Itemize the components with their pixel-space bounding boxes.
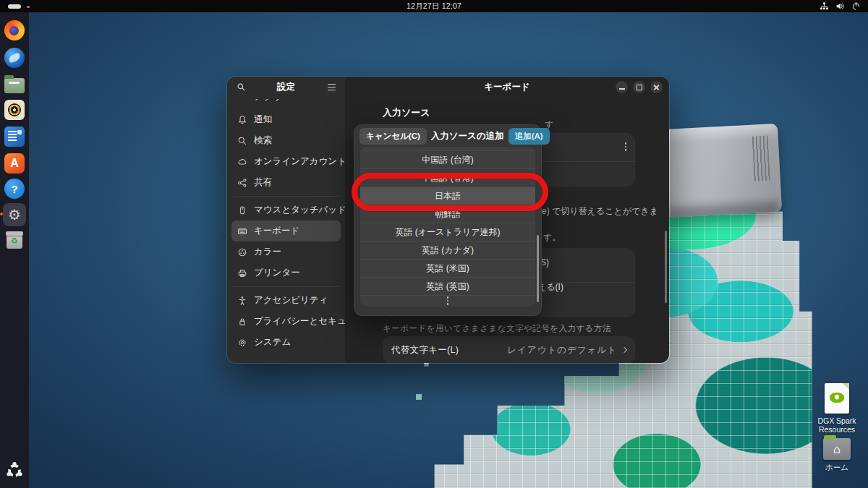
dock: ⚙ bbox=[0, 12, 29, 488]
home-folder-icon bbox=[823, 438, 851, 460]
input-sources-heading: 入力ソース bbox=[383, 106, 430, 119]
files-icon bbox=[4, 78, 25, 93]
nvidia-document-icon bbox=[825, 383, 849, 414]
hamburger-icon bbox=[328, 84, 336, 90]
close-button[interactable] bbox=[650, 81, 663, 93]
sidebar-item-label: システム bbox=[254, 336, 291, 348]
dock-item-rhythmbox[interactable] bbox=[4, 100, 25, 120]
chevron-right-icon bbox=[621, 347, 627, 353]
language-option-chinese-taiwan[interactable]: 中国語 (台湾) bbox=[360, 150, 535, 168]
alt-chars-value: レイアウトのデフォルト bbox=[507, 344, 617, 356]
cloud-icon bbox=[237, 157, 247, 167]
sidebar-item-label: 検索 bbox=[254, 134, 272, 147]
dock-item-settings-active[interactable]: ⚙ bbox=[3, 203, 26, 226]
sidebar-item-notifications[interactable]: 通知 bbox=[231, 109, 341, 130]
rhythmbox-icon bbox=[4, 100, 25, 120]
network-icon bbox=[820, 1, 829, 11]
sidebar-list: アプリ 通知 検索 オンラインアカウント 共有 bbox=[227, 98, 345, 354]
add-input-source-dialog: キャンセル(C) 入力ソースの追加 追加(A) 中国語 (台湾) 中国語 (香港… bbox=[354, 124, 542, 316]
sidebar-divider bbox=[233, 286, 339, 287]
sidebar-item-search[interactable]: 検索 bbox=[231, 130, 341, 151]
dock-item-thunderbird[interactable] bbox=[4, 48, 25, 68]
window-headerbar: キーボード bbox=[345, 77, 669, 98]
printer-icon bbox=[237, 268, 247, 278]
sidebar-item-label: マウスとタッチパッド bbox=[254, 204, 346, 216]
sidebar-item-keyboard[interactable]: キーボード bbox=[231, 221, 341, 241]
sidebar-item-label: 共有 bbox=[254, 176, 272, 189]
sidebar-item-label: アプリ bbox=[254, 99, 281, 103]
language-list: 中国語 (台湾) 中国語 (香港) 日本語 朝鮮語 英語 (オーストラリア連邦)… bbox=[360, 147, 535, 307]
clock[interactable]: 12月27日 12:07 bbox=[0, 1, 868, 12]
sidebar-item-privacy-security[interactable]: プライバシーとセキュリティ bbox=[231, 311, 341, 332]
page-title: キーボード bbox=[484, 81, 529, 93]
language-option-english-uk[interactable]: 英語 (英国) bbox=[360, 277, 535, 295]
keyboard-icon bbox=[237, 226, 247, 236]
sidebar-item-accessibility[interactable]: アクセシビリティ bbox=[231, 290, 341, 311]
sidebar-item-label: オンラインアカウント bbox=[254, 155, 346, 168]
system-status-area[interactable] bbox=[820, 0, 861, 12]
minimize-button[interactable] bbox=[616, 81, 628, 93]
power-icon bbox=[851, 1, 861, 11]
sidebar-item-label: 通知 bbox=[254, 114, 272, 126]
cancel-button[interactable]: キャンセル(C) bbox=[359, 128, 427, 145]
ubuntu-logo-icon bbox=[5, 461, 24, 480]
alternate-characters-row[interactable]: 代替文字キー(L) レイアウトのデフォルト bbox=[383, 336, 635, 364]
thunderbird-icon bbox=[4, 48, 25, 68]
main-menu-button[interactable] bbox=[325, 81, 338, 94]
input-source-menu-button[interactable] bbox=[625, 142, 627, 151]
dialog-title: 入力ソースの追加 bbox=[431, 130, 504, 142]
search-icon bbox=[237, 82, 246, 92]
language-option-english-canada[interactable]: 英語 (カナダ) bbox=[360, 241, 535, 259]
accessibility-icon bbox=[237, 296, 247, 306]
sidebar-item-label: カラー bbox=[254, 246, 281, 258]
vertical-dots-icon bbox=[447, 296, 449, 305]
top-bar: 12月27日 12:07 bbox=[0, 0, 868, 12]
dock-item-libreoffice-writer[interactable] bbox=[4, 127, 25, 147]
privacy-icon bbox=[237, 317, 247, 327]
dock-item-trash[interactable] bbox=[4, 230, 25, 250]
help-icon bbox=[4, 179, 25, 199]
main-scrollbar[interactable] bbox=[665, 231, 667, 303]
show-apps-button[interactable] bbox=[5, 461, 24, 480]
language-option-korean[interactable]: 朝鮮語 bbox=[360, 205, 535, 223]
dock-item-files[interactable] bbox=[4, 76, 25, 96]
sidebar-item-sharing[interactable]: 共有 bbox=[231, 172, 341, 193]
dock-item-app-center[interactable] bbox=[4, 153, 25, 174]
app-title: 設定 bbox=[247, 81, 325, 93]
desktop-icon-dgx-spark-resources[interactable]: DGX Spark Resources bbox=[814, 383, 860, 434]
mouse-icon bbox=[237, 205, 247, 215]
sidebar-item-printers[interactable]: プリンター bbox=[231, 262, 341, 283]
libreoffice-writer-icon bbox=[4, 127, 25, 147]
app-center-icon bbox=[4, 153, 25, 174]
desktop-icon-home[interactable]: ホーム bbox=[814, 434, 860, 471]
sidebar-item-apps-partial[interactable]: アプリ bbox=[231, 99, 341, 108]
maximize-button[interactable] bbox=[633, 81, 645, 93]
nvidia-eye-logo bbox=[830, 393, 844, 403]
language-option-chinese-hongkong[interactable]: 中国語 (香港) bbox=[360, 168, 535, 187]
search-button[interactable] bbox=[234, 81, 247, 94]
dialog-scrollbar[interactable] bbox=[537, 235, 539, 302]
more-languages-row[interactable] bbox=[360, 295, 535, 306]
trash-icon bbox=[7, 231, 22, 249]
floating-cube bbox=[416, 394, 422, 400]
sidebar-divider bbox=[233, 196, 339, 197]
sidebar-item-mouse-touchpad[interactable]: マウスとタッチパッド bbox=[231, 200, 341, 221]
add-button[interactable]: 追加(A) bbox=[509, 128, 550, 145]
language-option-english-australia[interactable]: 英語 (オーストラリア連邦) bbox=[360, 223, 535, 241]
apps-grid-icon bbox=[237, 99, 247, 103]
language-option-japanese[interactable]: 日本語 bbox=[360, 187, 535, 205]
dock-item-help[interactable] bbox=[4, 179, 25, 199]
alt-chars-label: 代替文字キー(L) bbox=[391, 344, 459, 356]
bell-icon bbox=[237, 115, 247, 125]
color-icon bbox=[237, 247, 247, 257]
sidebar-item-online-accounts[interactable]: オンラインアカウント bbox=[231, 151, 341, 172]
settings-sidebar: 設定 アプリ 通知 検索 bbox=[227, 77, 345, 363]
sidebar-header: 設定 bbox=[227, 77, 345, 98]
sidebar-item-color[interactable]: カラー bbox=[231, 241, 341, 262]
sidebar-item-system[interactable]: システム bbox=[231, 332, 341, 353]
language-option-english-us[interactable]: 英語 (米国) bbox=[360, 259, 535, 277]
switch-hint-fragment-1: e) で切り替えることができま bbox=[542, 205, 658, 218]
dock-item-firefox[interactable] bbox=[4, 20, 25, 40]
search-icon bbox=[237, 136, 247, 146]
firefox-icon bbox=[4, 20, 25, 40]
